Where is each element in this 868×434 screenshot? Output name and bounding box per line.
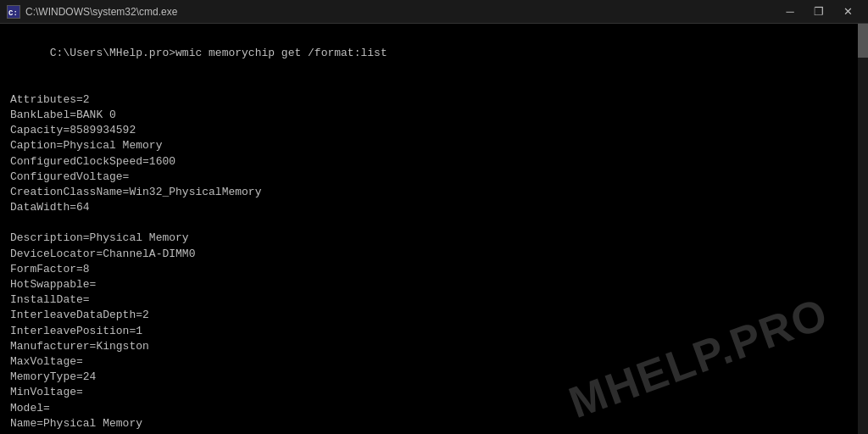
titlebar: C: C:\WINDOWS\system32\cmd.exe ─ ❐ ✕ xyxy=(0,0,868,24)
minimize-button[interactable]: ─ xyxy=(776,3,804,20)
console-area: C:\Users\MHelp.pro>wmic memorychip get /… xyxy=(0,24,868,434)
console-output: C:\Users\MHelp.pro>wmic memorychip get /… xyxy=(10,31,858,434)
cmd-window: C: C:\WINDOWS\system32\cmd.exe ─ ❐ ✕ C:\… xyxy=(0,0,868,434)
cmd-icon: C: xyxy=(7,5,20,19)
svg-text:C:: C: xyxy=(8,9,18,18)
scrollbar[interactable] xyxy=(858,24,868,434)
close-button[interactable]: ✕ xyxy=(834,3,861,20)
restore-button[interactable]: ❐ xyxy=(805,3,832,20)
scrollbar-thumb[interactable] xyxy=(858,24,868,58)
titlebar-controls: ─ ❐ ✕ xyxy=(776,3,861,20)
prompt-line: C:\Users\MHelp.pro>wmic memorychip get /… xyxy=(50,47,387,59)
window-title: C:\WINDOWS\system32\cmd.exe xyxy=(25,6,177,18)
titlebar-left: C: C:\WINDOWS\system32\cmd.exe xyxy=(7,5,177,19)
output-lines: Attributes=2 BankLabel=BANK 0 Capacity=8… xyxy=(10,93,261,434)
